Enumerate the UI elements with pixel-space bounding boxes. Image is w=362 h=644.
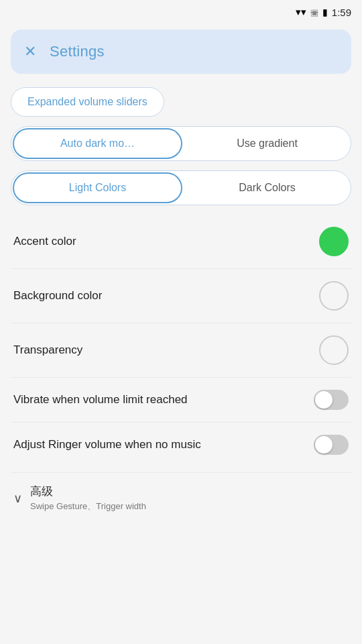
settings-content: Expanded volume sliders Auto dark mo… Us… bbox=[0, 74, 362, 523]
close-button[interactable]: ✕ bbox=[24, 44, 36, 59]
background-color-button[interactable] bbox=[319, 281, 349, 311]
dark-mode-gradient-group: Auto dark mo… Use gradient bbox=[11, 126, 351, 161]
light-colors-button[interactable]: Light Colors bbox=[13, 172, 182, 203]
advanced-row[interactable]: ∨ 高级 Swipe Gesture、Trigger width bbox=[11, 472, 351, 523]
signal-icon: ▣ bbox=[310, 7, 318, 17]
vibrate-limit-label: Vibrate when volume limit reached bbox=[13, 392, 188, 407]
advanced-subtitle: Swipe Gesture、Trigger width bbox=[30, 500, 146, 513]
accent-color-row: Accent color bbox=[11, 215, 351, 269]
expanded-volume-sliders-button[interactable]: Expanded volume sliders bbox=[11, 87, 164, 117]
auto-dark-mode-button[interactable]: Auto dark mo… bbox=[13, 128, 182, 159]
adjust-ringer-row: Adjust Ringer volume when no music bbox=[11, 423, 351, 467]
accent-color-button[interactable] bbox=[319, 227, 349, 256]
advanced-title: 高级 bbox=[30, 484, 146, 499]
accent-color-label: Accent color bbox=[13, 234, 76, 249]
status-time: 1:59 bbox=[332, 7, 351, 18]
advanced-text: 高级 Swipe Gesture、Trigger width bbox=[30, 484, 146, 513]
page-title: Settings bbox=[50, 43, 105, 60]
battery-icon: ▮ bbox=[322, 7, 328, 17]
dark-colors-button[interactable]: Dark Colors bbox=[184, 171, 351, 205]
background-color-row: Background color bbox=[11, 269, 351, 323]
transparency-button[interactable] bbox=[319, 335, 349, 365]
advanced-chevron-icon: ∨ bbox=[13, 491, 22, 506]
transparency-label: Transparency bbox=[13, 343, 82, 358]
transparency-row: Transparency bbox=[11, 323, 351, 378]
background-color-label: Background color bbox=[13, 288, 102, 303]
settings-header: ✕ Settings bbox=[11, 30, 351, 74]
use-gradient-button[interactable]: Use gradient bbox=[184, 127, 351, 160]
adjust-ringer-toggle[interactable] bbox=[314, 435, 349, 455]
vibrate-limit-row: Vibrate when volume limit reached bbox=[11, 378, 351, 423]
wifi-icon: ▾▾ bbox=[296, 6, 306, 18]
light-dark-colors-group: Light Colors Dark Colors bbox=[11, 170, 351, 205]
adjust-ringer-label: Adjust Ringer volume when no music bbox=[13, 437, 201, 452]
expanded-volume-row: Expanded volume sliders bbox=[11, 87, 351, 117]
status-bar: ▾▾ ▣ ▮ 1:59 bbox=[0, 0, 362, 24]
vibrate-limit-toggle[interactable] bbox=[314, 390, 349, 410]
settings-list: Accent color Background color Transparen… bbox=[11, 215, 351, 467]
